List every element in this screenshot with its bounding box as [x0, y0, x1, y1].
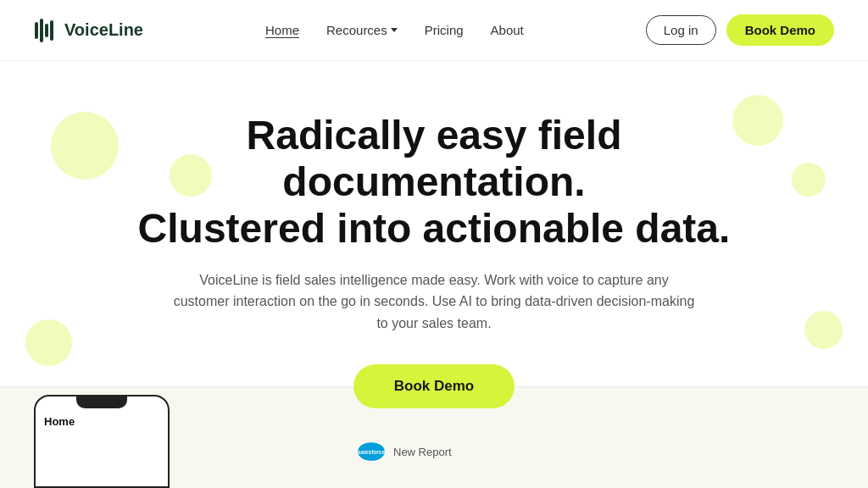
nav-actions: Log in Book Demo — [646, 14, 834, 46]
svg-rect-1 — [40, 19, 43, 42]
nav-home[interactable]: Home — [265, 23, 299, 37]
bg-decoration-5 — [25, 319, 72, 366]
chevron-down-icon — [391, 28, 398, 32]
login-button[interactable]: Log in — [646, 15, 716, 45]
svg-rect-2 — [45, 24, 48, 37]
salesforce-badge: salesforce New Report — [356, 441, 452, 463]
book-demo-nav-button[interactable]: Book Demo — [726, 14, 834, 46]
logo[interactable]: VoiceLine — [34, 17, 143, 44]
salesforce-label: New Report — [393, 446, 452, 458]
svg-rect-0 — [35, 22, 38, 39]
bg-decoration-6 — [804, 311, 843, 349]
salesforce-logo-icon: salesforce — [356, 441, 387, 463]
hero-section: Radically easy field documentation. Clus… — [0, 61, 868, 434]
book-demo-hero-button[interactable]: Book Demo — [353, 364, 515, 408]
hero-title: Radically easy field documentation. Clus… — [95, 112, 773, 252]
phone-mockup: Home — [34, 395, 170, 488]
hero-subtitle: VoiceLine is field sales intelligence ma… — [171, 269, 697, 335]
nav-resources[interactable]: Recources — [326, 23, 398, 37]
svg-text:salesforce: salesforce — [358, 449, 385, 455]
svg-rect-3 — [50, 20, 53, 41]
bg-decoration-4 — [792, 163, 826, 197]
logo-text: VoiceLine — [64, 20, 143, 40]
navbar: VoiceLine Home Recources Pricing About L… — [0, 0, 868, 61]
phone-home-label: Home — [44, 415, 75, 428]
phone-screen: Home — [36, 408, 168, 434]
nav-links: Home Recources Pricing About — [265, 23, 524, 37]
nav-pricing[interactable]: Pricing — [425, 23, 464, 37]
phone-notch — [76, 396, 127, 408]
logo-icon — [34, 17, 58, 44]
nav-about[interactable]: About — [491, 23, 524, 37]
